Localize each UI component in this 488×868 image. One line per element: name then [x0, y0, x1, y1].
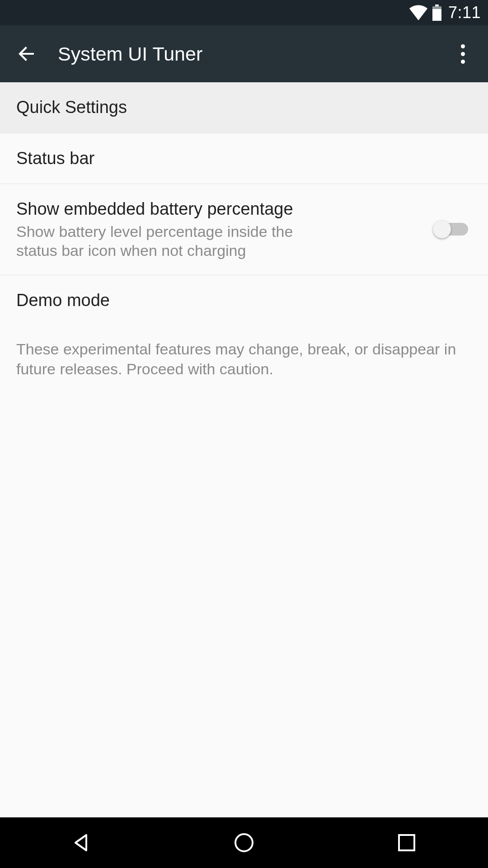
- svg-point-3: [235, 834, 253, 851]
- android-status-bar: 7:11: [0, 0, 488, 25]
- demo-mode-item[interactable]: Demo mode: [0, 275, 488, 326]
- nav-recents-button[interactable]: [361, 817, 452, 868]
- list-item-title: Demo mode: [16, 290, 472, 311]
- show-battery-percentage-item[interactable]: Show embedded battery percentage Show ba…: [0, 184, 488, 275]
- list-item-title: Show embedded battery percentage: [16, 198, 424, 220]
- more-vert-icon: [461, 44, 465, 64]
- arrow-back-icon: [16, 43, 38, 65]
- show-battery-percentage-toggle[interactable]: [433, 219, 468, 239]
- battery-icon: [432, 5, 442, 21]
- wifi-icon: [409, 5, 427, 20]
- switch-thumb: [433, 220, 451, 238]
- app-bar: System UI Tuner: [0, 25, 488, 82]
- status-bar-item[interactable]: Status bar: [0, 133, 488, 184]
- footer-warning-text: These experimental features may change, …: [0, 326, 488, 392]
- status-bar-clock: 7:11: [448, 3, 481, 22]
- svg-rect-2: [432, 9, 441, 21]
- list-item-title: Quick Settings: [16, 97, 472, 118]
- nav-back-icon: [71, 832, 92, 853]
- android-nav-bar: [0, 817, 488, 868]
- list-item-subtitle: Show battery level percentage inside the…: [16, 222, 296, 260]
- svg-rect-0: [435, 5, 439, 6]
- nav-back-button[interactable]: [36, 817, 127, 868]
- list-item-title: Status bar: [16, 148, 472, 170]
- nav-recents-icon: [397, 833, 416, 852]
- overflow-menu-button[interactable]: [441, 29, 484, 79]
- quick-settings-item[interactable]: Quick Settings: [0, 82, 488, 133]
- svg-rect-4: [399, 835, 414, 850]
- app-bar-title: System UI Tuner: [58, 43, 441, 65]
- back-button[interactable]: [2, 29, 52, 79]
- settings-list: Quick Settings Status bar Show embedded …: [0, 82, 488, 817]
- nav-home-button[interactable]: [199, 817, 289, 868]
- nav-home-icon: [233, 832, 255, 854]
